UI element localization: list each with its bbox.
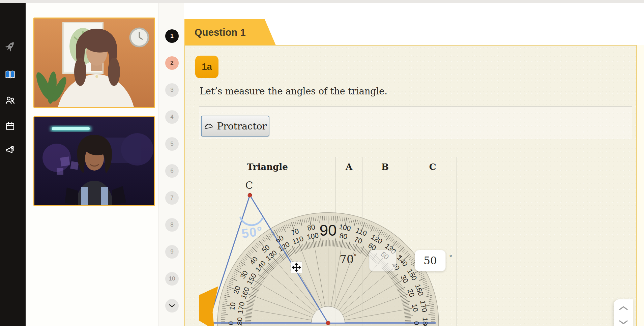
student-video-scene xyxy=(34,117,154,205)
chevron-down-icon xyxy=(618,320,628,325)
protractor-icon xyxy=(204,122,213,130)
question-panel: 1a Let’s measure the angles of the trian… xyxy=(184,45,637,326)
question-tab: Question 1 xyxy=(184,19,276,45)
question-part-badge: 1a xyxy=(195,56,218,78)
svg-text:0: 0 xyxy=(227,321,235,325)
angle-annotation: 50° xyxy=(241,224,264,241)
question-circle-2[interactable]: 2 xyxy=(165,56,179,70)
vertex-c-label: C xyxy=(245,179,253,191)
question-circle-10[interactable]: 10 xyxy=(165,272,179,286)
scroll-up-button[interactable] xyxy=(618,305,628,312)
toolbox: Protractor xyxy=(199,106,632,139)
question-circle-6[interactable]: 6 xyxy=(165,164,179,178)
vertex-b-handle[interactable] xyxy=(326,321,330,325)
scroll-widget xyxy=(614,299,633,326)
rocket-icon[interactable] xyxy=(4,40,17,53)
vertex-c-handle[interactable] xyxy=(248,193,252,197)
app-window: 12345678910 Question 1 1a Let’s measure … xyxy=(0,0,644,326)
angle-a-value: 70° xyxy=(340,253,357,266)
table-header-triangle: Triangle xyxy=(199,157,336,177)
question-circle-9[interactable]: 9 xyxy=(165,245,179,259)
svg-text:90: 90 xyxy=(319,221,336,239)
protractor-graphic[interactable]: 0180101702016030150401405013060120701108… xyxy=(205,212,439,326)
nav-more-button[interactable] xyxy=(165,299,179,313)
question-circle-3[interactable]: 3 xyxy=(165,83,179,97)
svg-text:10: 10 xyxy=(228,302,237,311)
calendar-icon[interactable] xyxy=(4,120,17,132)
table-header-row: TriangleABC xyxy=(199,157,457,177)
question-circle-7[interactable]: 7 xyxy=(165,191,179,205)
table-header-a: A xyxy=(336,157,362,177)
scroll-down-button[interactable] xyxy=(618,320,628,326)
instruction-text: Let’s measure the angles of the triangle… xyxy=(200,86,387,96)
question-tab-title: Question 1 xyxy=(184,19,276,38)
book-icon[interactable] xyxy=(4,68,17,81)
angle-c-degree: ° xyxy=(449,254,452,261)
question-circle-5[interactable]: 5 xyxy=(165,137,179,151)
chevron-up-icon xyxy=(618,305,628,311)
app-sidebar xyxy=(0,3,26,326)
table-header-c: C xyxy=(408,157,457,177)
teacher-video-tile[interactable] xyxy=(33,18,155,108)
svg-text:180: 180 xyxy=(421,317,429,326)
protractor-tool-button[interactable]: Protractor xyxy=(201,116,269,137)
angle-a-degree: ° xyxy=(354,253,357,260)
svg-text:0: 0 xyxy=(413,321,420,325)
student-video-tile[interactable] xyxy=(33,116,155,206)
move-cursor-icon[interactable] xyxy=(291,262,302,273)
right-margin xyxy=(637,45,644,326)
teacher-video-scene xyxy=(34,19,154,107)
svg-text:180: 180 xyxy=(236,317,243,326)
table-header-b: B xyxy=(362,157,408,177)
question-circle-8[interactable]: 8 xyxy=(165,218,179,232)
question-circle-4[interactable]: 4 xyxy=(165,110,179,124)
question-circle-1[interactable]: 1 xyxy=(165,29,179,43)
rotate-arrow[interactable] xyxy=(206,293,213,323)
megaphone-icon[interactable] xyxy=(4,144,17,157)
svg-text:80: 80 xyxy=(306,223,316,232)
angle-b-input[interactable] xyxy=(369,250,396,271)
protractor-tool-label: Protractor xyxy=(217,121,267,132)
angle-b-degree: ° xyxy=(399,254,402,261)
svg-text:80: 80 xyxy=(339,232,348,241)
people-icon[interactable] xyxy=(4,94,17,107)
angle-c-input[interactable]: 50 xyxy=(415,250,446,271)
svg-text:10: 10 xyxy=(411,303,420,312)
chevron-down-icon xyxy=(169,304,175,308)
